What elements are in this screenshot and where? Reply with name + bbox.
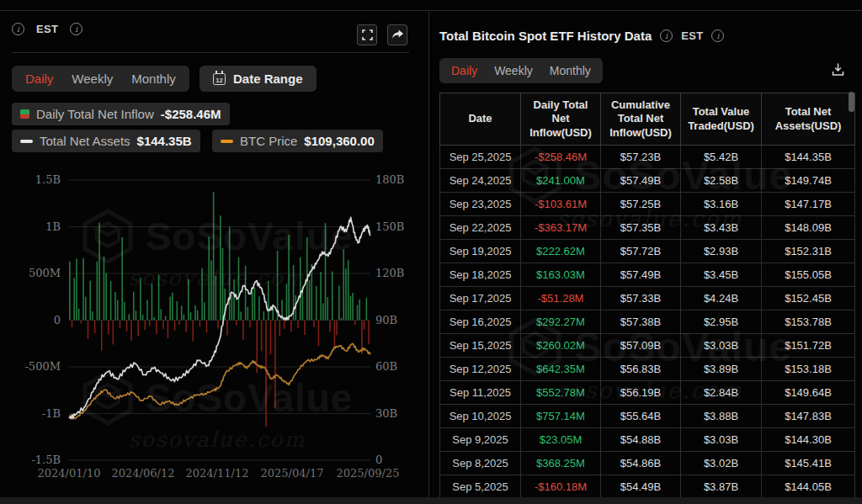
tab-monthly[interactable]: Monthly [550, 64, 591, 77]
inflow-bar [146, 300, 148, 320]
fullscreen-button[interactable] [357, 24, 377, 45]
cell-cumulative-inflow: $54.88B [601, 428, 681, 452]
cell-value-traded: $3.16B [681, 193, 762, 216]
column-header[interactable]: Cumulative Total Net Inflow(USD) [601, 93, 681, 146]
tab-monthly[interactable]: Monthly [131, 72, 176, 86]
cell-value-traded: $3.43B [681, 216, 762, 240]
inflow-bar [188, 279, 189, 321]
info-icon[interactable]: i [711, 29, 724, 42]
inflow-bar [322, 304, 324, 321]
table-row[interactable]: Sep 18,2025$163.03M$57.49B$3.45B$155.05B [440, 263, 855, 287]
cell-daily-inflow: -$103.61M [521, 193, 601, 216]
table-row[interactable]: Sep 24,2025$241.00M$57.49B$2.58B$149.74B [440, 169, 855, 193]
legend-btc-price[interactable]: BTC Price $109,360.00 [212, 130, 383, 152]
column-header[interactable]: Total Value Traded(USD) [681, 93, 762, 146]
cell-value-traded: $2.93B [681, 240, 762, 263]
table-row[interactable]: Sep 11,2025$552.78M$56.19B$2.84B$149.64B [440, 381, 855, 405]
y-axis-left-tick: 1B [0, 220, 61, 233]
table-row[interactable]: Sep 8,2025$368.25M$54.86B$3.02B$145.41B [440, 452, 855, 475]
tab-daily[interactable]: Daily [25, 72, 53, 86]
inflow-bar [168, 321, 169, 338]
info-icon[interactable]: i [12, 23, 24, 35]
cell-cumulative-inflow: $55.64B [601, 405, 681, 428]
table-row[interactable]: Sep 15,2025$260.02M$57.09B$3.03B$151.72B [440, 334, 855, 358]
date-range-button[interactable]: 12 Date Range [200, 66, 317, 92]
inflow-bar [286, 284, 288, 321]
inflow-legend-icon [20, 109, 29, 119]
table-row[interactable]: Sep 17,2025-$51.28M$57.33B$4.24B$152.45B [440, 287, 855, 310]
legend-label: BTC Price [240, 134, 297, 148]
cell-daily-inflow: $222.62M [521, 240, 601, 263]
inflow-bar [94, 321, 96, 333]
inflow-bar [136, 310, 137, 320]
column-header[interactable]: Total Net Assets(USD) [762, 93, 855, 146]
inflow-bar [192, 321, 194, 342]
share-button[interactable] [387, 24, 407, 45]
etf-history-table[interactable]: DateDaily Total Net Inflow(USD)Cumulativ… [439, 93, 855, 499]
inflow-bar [165, 316, 167, 321]
inflow-bar [359, 300, 360, 321]
table-row[interactable]: Sep 23,2025-$103.61M$57.25B$3.16B$147.17… [440, 193, 855, 216]
cell-daily-inflow: $642.35M [521, 358, 601, 381]
column-header[interactable]: Date [440, 93, 521, 146]
inflow-bar [306, 237, 308, 320]
table-row[interactable]: Sep 25,2025-$258.46M$57.23B$5.42B$144.35… [440, 146, 855, 169]
legend-label: Total Net Assets [40, 134, 130, 148]
inflow-bar [274, 321, 276, 408]
table-row[interactable]: Sep 22,2025-$363.17M$57.35B$3.43B$148.09… [440, 216, 855, 240]
cell-net-assets: $149.74B [762, 169, 855, 193]
fullscreen-icon [362, 29, 373, 40]
table-row[interactable]: Sep 16,2025$292.27M$57.38B$2.95B$153.78B [440, 310, 855, 334]
inflow-bar [130, 321, 132, 341]
legend-value: $109,360.00 [304, 134, 374, 148]
inflow-bar [152, 284, 153, 320]
inflow-bar [88, 321, 89, 339]
inflow-bar [345, 268, 347, 320]
inflow-bar [69, 262, 71, 321]
tab-weekly[interactable]: Weekly [494, 64, 533, 77]
cell-net-assets: $151.72B [762, 334, 855, 358]
inflow-bar [334, 321, 336, 349]
tab-daily[interactable]: Daily [451, 64, 477, 77]
table-row[interactable]: Sep 9,2025$23.05M$54.88B$3.03B$144.30B [440, 428, 855, 452]
top-border [0, 10, 862, 11]
cell-daily-inflow: $241.00M [521, 169, 601, 193]
table-panel-header: Total Bitcoin Spot ETF History Data i ES… [439, 29, 724, 43]
inflow-bar [236, 321, 237, 326]
inflow-bar [160, 310, 162, 321]
column-header[interactable]: Daily Total Net Inflow(USD) [521, 93, 601, 146]
info-icon[interactable]: i [660, 29, 673, 42]
y-axis-right-tick: 30B [375, 407, 397, 420]
inflow-bar [288, 235, 290, 320]
bottom-scroll-strip[interactable] [0, 497, 862, 504]
cell-date: Sep 9,2025 [440, 428, 521, 452]
inflow-bar [220, 215, 221, 320]
cell-date: Sep 12,2025 [440, 358, 521, 381]
inflow-bar [89, 281, 91, 321]
watermark: SoSoValuesosovalue.com [40, 209, 394, 290]
inflow-bar [92, 311, 93, 320]
cell-cumulative-inflow: $54.49B [601, 475, 681, 499]
table-row[interactable]: Sep 12,2025$642.35M$56.83B$3.89B$153.18B [440, 358, 855, 381]
x-axis-tick: 2024/06/12 [105, 467, 181, 480]
table-scrollbar-thumb[interactable] [849, 92, 854, 112]
panel-divider [428, 12, 429, 497]
info-icon[interactable]: i [70, 23, 82, 35]
table-row[interactable]: Sep 5,2025-$160.18M$54.49B$3.87B$144.05B [440, 475, 855, 499]
inflow-bar [295, 295, 297, 321]
cell-value-traded: $3.87B [681, 475, 762, 499]
inflow-bar [300, 257, 301, 321]
table-row[interactable]: Sep 10,2025$757.14M$55.64B$3.88B$147.83B [440, 405, 855, 428]
btc-line-icon [221, 140, 233, 143]
inflow-bar [121, 237, 123, 321]
download-button[interactable] [826, 57, 849, 81]
legend-daily-net-inflow[interactable]: Daily Total Net Inflow -$258.46M [12, 103, 230, 125]
inflow-bar [341, 318, 343, 321]
tab-weekly[interactable]: Weekly [72, 72, 113, 86]
btc-price-line [69, 343, 370, 419]
legend-total-net-assets[interactable]: Total Net Assets $144.35B [12, 130, 200, 152]
y-axis-left-tick: -500M [0, 360, 61, 373]
inflow-bar [270, 321, 272, 355]
table-row[interactable]: Sep 19,2025$222.62M$57.72B$2.93B$152.31B [440, 240, 855, 263]
inflow-bar [277, 251, 279, 321]
